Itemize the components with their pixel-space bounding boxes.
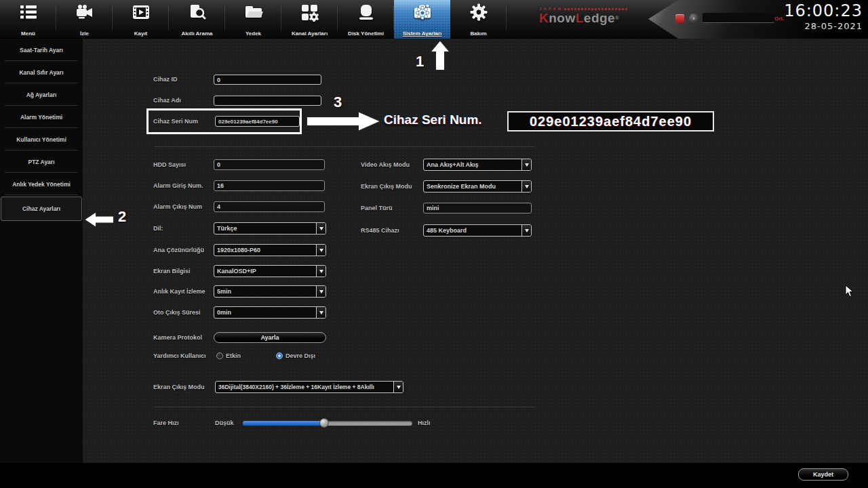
mouse-speed-low-label: Düşük [215,419,234,427]
sidebar-item-kullanici-yonetimi[interactable]: Kullanıcı Yönetimi [0,128,83,150]
chevron-down-icon[interactable] [316,266,326,277]
save-button[interactable]: Kaydet [798,468,848,481]
step3-right-arrow [305,110,382,133]
screen-info-dropdown[interactable]: KanalOSD+IP [214,265,326,277]
device-id-input[interactable]: 0 [214,75,321,85]
alarm-in-input[interactable]: 16 [214,180,325,191]
device-name-input[interactable] [214,96,321,106]
instant-playback-label: Anlık Kayıt İzleme [153,285,205,298]
chevron-down-icon[interactable] [316,286,326,297]
display-output-mode-label: Ekran Çıkış Modu [153,381,205,393]
screen-info-label: Ekran Bilgisi [153,265,191,277]
separator-bottom [155,407,534,407]
clock: 16:00:23 28-05-2021 [784,1,863,31]
main-resolution-dropdown[interactable]: 1920x1080-P60 [214,244,326,256]
channel-settings-icon [300,3,320,24]
alarm-in-label: Alarm Giriş Num. [153,180,203,191]
aux-user-disabled-radio[interactable] [276,352,283,359]
panel-type-label: Panel Türü [361,203,393,214]
smart-search-icon [187,3,208,24]
aux-user-label: Yardımcı Kullanıcı [153,352,206,360]
menu-icon [18,3,39,24]
mouse-speed-slider[interactable] [243,421,412,426]
panel-type-input[interactable]: mini [423,203,532,214]
toolbar-item-bakim[interactable]: Bakım [450,0,507,39]
step3-number: 3 [334,94,342,111]
chevron-down-icon[interactable] [521,225,531,236]
chevron-down-icon[interactable] [393,382,403,392]
instant-playback-dropdown[interactable]: 5min [214,285,326,298]
toolbar-item-kayit[interactable]: Kayıt [113,0,169,39]
sidebar-item-cihaz-ayarlari[interactable]: Cihaz Ayarları [1,197,82,221]
aux-user-enabled-label[interactable]: Etkin [226,352,241,360]
clock-date: 28-05-2021 [784,21,863,31]
live-view-icon [75,3,95,24]
sidebar-item-alarm-yonetimi[interactable]: Alarm Yönetimi [0,106,83,128]
mouse-speed-slider-handle[interactable] [319,418,329,428]
serial-highlight-rect [146,108,302,134]
video-stream-mode-dropdown[interactable]: Ana Akış+Alt Akış [423,159,532,171]
mouse-speed-high-label: Hızlı [418,419,431,427]
language-dropdown[interactable]: Türkçe [214,222,326,235]
chevron-down-icon[interactable] [521,159,531,170]
backup-folder-icon [243,3,264,24]
aux-user-disabled-label[interactable]: Devre Dışı [285,352,315,360]
sidebar-item-anlik-yedek[interactable]: Anlık Yedek Yönetimi [0,173,83,195]
display-output-mode-dropdown[interactable]: 36Dijital(3840X2160) + 36İzleme + 16Kayı… [215,381,403,393]
chevron-right-icon[interactable]: › [689,14,698,23]
toolbar-item-akilli-arama[interactable]: Akıllı Arama [169,0,225,39]
aux-user-enabled-radio[interactable] [216,352,223,359]
toolbar-item-sistem-ayarlari[interactable]: Sistem Ayarları [394,0,450,39]
maintenance-gear-icon [469,3,489,24]
chevron-down-icon[interactable] [521,181,531,192]
auto-logout-label: Oto Çıkış Süresi [153,306,201,319]
toolbar-item-kanal-ayarlari[interactable]: Kanal Ayarları [281,0,338,39]
status-clock-block: › Ort. 16:00:23 28-05-2021 [648,0,868,39]
chevron-down-icon[interactable] [316,223,326,234]
settings-sidebar: Saat-Tarih Ayarı Kanal Sıfır Ayarı Ağ Ay… [0,39,83,463]
mouse-speed-label: Fare Hızı [153,419,179,427]
clock-time: 16:00:23 [784,1,863,20]
hdd-count-label: HDD Sayısı [153,159,186,170]
top-toolbar: Menü İzle [0,0,868,39]
device-id-label: Cihaz ID [153,75,178,85]
chevron-down-icon[interactable] [316,245,326,256]
dvr-settings-screen: Menü İzle [0,0,868,488]
sidebar-item-kanal-sifir[interactable]: Kanal Sıfır Ayarı [0,61,83,83]
device-name-label: Cihaz Adı [153,96,181,106]
screen-output-mode-dropdown[interactable]: Senkronize Ekran Modu [423,180,532,192]
brand-squiggle [564,8,627,10]
camera-protocol-setup-button[interactable]: Ayarla [214,332,326,343]
disk-management-icon [356,3,376,24]
main-resolution-label: Ana Çözünürlüğü [153,244,204,256]
bottom-strip [0,463,868,488]
auto-logout-dropdown[interactable]: 0min [214,306,326,319]
rs485-device-label: RS485 Cihazı [361,224,399,237]
mouse-cursor [845,285,854,298]
overlay-label: Ort. [774,16,784,22]
toolbar-item-izle[interactable]: İzle [56,0,113,39]
rs485-device-dropdown[interactable]: 485 Keyboard [423,224,532,237]
separator-top [155,146,534,147]
sidebar-item-ag-ayarlari[interactable]: Ağ Ayarları [0,83,83,106]
language-label: Dil: [153,222,163,235]
status-progress-bar [703,13,774,23]
step1-number: 1 [416,53,424,70]
brand-logo: JAPAN KnowLedge® [539,6,627,25]
alarm-out-input[interactable]: 4 [214,201,325,212]
toolbar-item-menu[interactable]: Menü [0,0,56,39]
hdd-count-input[interactable]: 0 [214,159,325,170]
serial-callout-label: Cihaz Seri Num. [384,113,482,127]
step1-up-arrow [427,39,453,73]
screen-output-mode-label: Ekran Çıkış Modu [361,180,412,192]
record-icon [131,3,151,24]
record-indicator-icon [675,14,684,23]
sidebar-item-saat-tarih[interactable]: Saat-Tarih Ayarı [0,39,83,61]
sidebar-item-ptz-ayari[interactable]: PTZ Ayarı [0,150,83,173]
step2-number: 2 [118,208,126,226]
serial-callout-value: 029e01239aef84d7ee90 [507,111,714,131]
chevron-down-icon[interactable] [316,307,326,318]
video-stream-mode-label: Video Akış Modu [361,159,410,171]
toolbar-item-yedek[interactable]: Yedek [225,0,281,39]
toolbar-item-disk-yonetimi[interactable]: Disk Yönetimi [338,0,394,39]
